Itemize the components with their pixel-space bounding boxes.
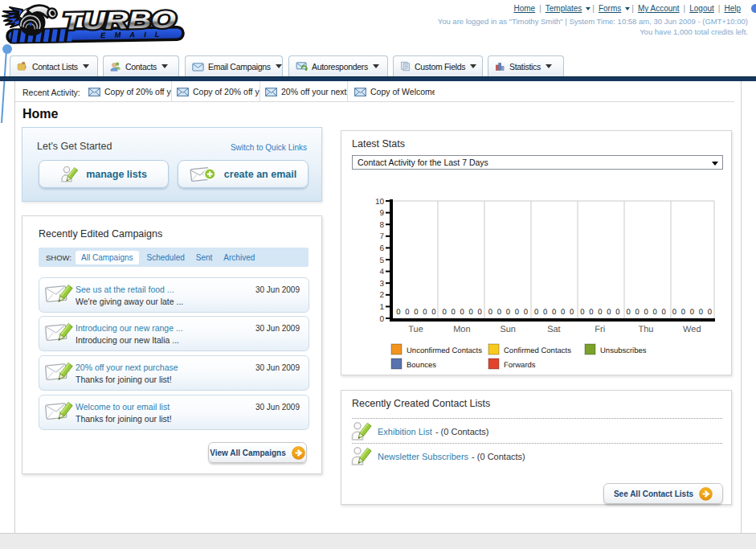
svg-text:0: 0 [644, 308, 648, 317]
svg-text:TURBO: TURBO [63, 6, 177, 35]
svg-text:0: 0 [543, 308, 547, 317]
svg-text:0: 0 [497, 308, 501, 317]
svg-text:0: 0 [506, 308, 510, 317]
svg-text:0: 0 [477, 308, 481, 317]
svg-text:Thu: Thu [639, 325, 654, 334]
svg-text:0: 0 [681, 308, 685, 317]
svg-text:0: 0 [396, 308, 400, 317]
svg-text:0: 0 [580, 308, 584, 317]
svg-text:Sat: Sat [547, 325, 561, 334]
svg-text:0: 0 [524, 308, 528, 317]
svg-text:0: 0 [460, 308, 464, 317]
svg-text:0: 0 [615, 308, 619, 317]
svg-text:0: 0 [431, 308, 435, 317]
svg-text:7: 7 [379, 232, 384, 241]
svg-text:0: 0 [405, 308, 409, 317]
svg-text:Tue: Tue [408, 325, 423, 334]
svg-text:Unconfirmed Contacts: Unconfirmed Contacts [407, 346, 482, 355]
svg-text:0: 0 [653, 308, 657, 317]
svg-text:0: 0 [488, 308, 492, 317]
svg-text:0: 0 [451, 308, 455, 317]
svg-text:Fri: Fri [595, 325, 605, 334]
svg-text:0: 0 [534, 308, 538, 317]
svg-text:0: 0 [423, 308, 427, 317]
svg-text:3: 3 [379, 280, 384, 289]
svg-text:0: 0 [607, 308, 611, 317]
svg-text:0: 0 [468, 308, 472, 317]
svg-text:10: 10 [375, 198, 385, 207]
svg-text:Forwards: Forwards [504, 361, 536, 370]
svg-text:0: 0 [708, 308, 712, 317]
svg-text:0: 0 [570, 308, 574, 317]
svg-text:9: 9 [379, 209, 384, 218]
svg-text:Bounces: Bounces [407, 361, 436, 370]
svg-text:0: 0 [515, 308, 519, 317]
svg-text:0: 0 [379, 315, 384, 324]
svg-text:0: 0 [672, 308, 676, 317]
svg-text:0: 0 [598, 308, 602, 317]
svg-text:8: 8 [379, 221, 384, 230]
svg-text:0: 0 [589, 308, 593, 317]
svg-text:Wed: Wed [683, 325, 701, 334]
svg-text:0: 0 [414, 308, 418, 317]
svg-text:4: 4 [379, 268, 384, 277]
svg-text:0: 0 [561, 308, 565, 317]
svg-text:1: 1 [379, 303, 384, 312]
svg-text:Unsubscribes: Unsubscribes [600, 346, 647, 355]
svg-text:Mon: Mon [453, 325, 470, 334]
svg-text:Sun: Sun [500, 325, 516, 334]
svg-text:5: 5 [379, 256, 384, 265]
svg-text:Confirmed Contacts: Confirmed Contacts [504, 346, 571, 355]
svg-text:6: 6 [379, 244, 384, 253]
svg-text:0: 0 [627, 308, 631, 317]
svg-text:0: 0 [442, 308, 446, 317]
svg-text:0: 0 [662, 308, 666, 317]
svg-text:0: 0 [699, 308, 703, 317]
svg-text:2: 2 [379, 291, 384, 300]
svg-text:0: 0 [552, 308, 556, 317]
svg-text:0: 0 [635, 308, 640, 317]
svg-text:0: 0 [690, 308, 694, 317]
